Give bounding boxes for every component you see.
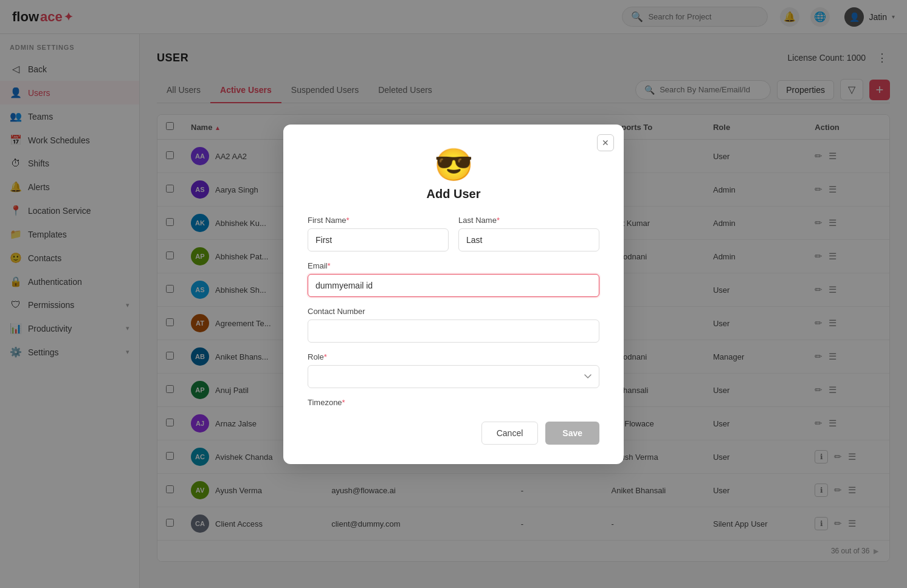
email-group: Email* — [308, 261, 599, 297]
modal-emoji: 😎 — [308, 146, 599, 183]
first-name-label: First Name* — [308, 216, 449, 225]
last-name-label: Last Name* — [458, 216, 599, 225]
email-input[interactable] — [308, 274, 599, 297]
last-name-group: Last Name* — [458, 216, 599, 251]
name-row: First Name* Last Name* — [308, 216, 599, 251]
first-name-group: First Name* — [308, 216, 449, 251]
add-user-modal: ✕ 😎 Add User First Name* Last Name* Emai… — [283, 125, 624, 464]
role-label: Role* — [308, 352, 599, 361]
first-name-input[interactable] — [308, 228, 449, 251]
last-name-input[interactable] — [458, 228, 599, 251]
timezone-group: Timezone* — [308, 398, 599, 407]
contact-group: Contact Number — [308, 307, 599, 343]
email-label: Email* — [308, 261, 599, 270]
modal-overlay[interactable]: ✕ 😎 Add User First Name* Last Name* Emai… — [0, 0, 907, 588]
role-select[interactable]: User Admin Manager — [308, 365, 599, 388]
cancel-button[interactable]: Cancel — [481, 422, 539, 445]
modal-actions: Cancel Save — [308, 422, 599, 445]
modal-title: Add User — [308, 187, 599, 201]
role-group: Role* User Admin Manager — [308, 352, 599, 388]
contact-label: Contact Number — [308, 307, 599, 316]
modal-close-button[interactable]: ✕ — [597, 134, 614, 151]
contact-input[interactable] — [308, 320, 599, 343]
timezone-label: Timezone* — [308, 398, 599, 407]
save-button[interactable]: Save — [545, 422, 599, 445]
